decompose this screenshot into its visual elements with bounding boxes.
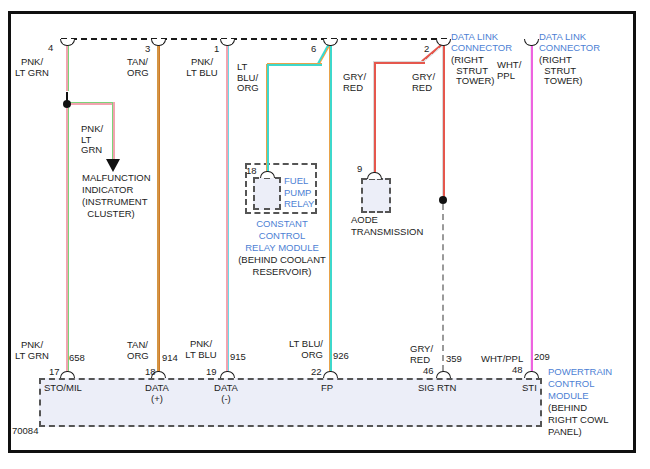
wire-label: PNK/ LT BLU — [180, 57, 224, 78]
wire-pnk-lt-grn — [66, 108, 69, 371]
pin-number: 3 — [145, 44, 150, 55]
circuit-number: 915 — [230, 352, 246, 363]
wire-gry-red — [442, 46, 445, 197]
wire-label: WHT/PPL — [481, 354, 523, 365]
pcm-pin-cavity — [220, 371, 235, 378]
pcm-pin-cavity — [436, 371, 451, 378]
wire-label: GRY/ RED — [410, 344, 433, 365]
pcm-label: POWERTRAIN CONTROL MODULE — [548, 366, 612, 402]
pcm-terminal: STO/MIL — [44, 383, 82, 394]
data-link-connector-2-label: DATA LINK CONNECTOR — [539, 32, 600, 53]
pin-number: 17 — [49, 367, 60, 378]
data-link-connector-2-location: (RIGHT STRUT TOWER) — [539, 55, 582, 87]
relay-pin-cavity — [260, 171, 275, 178]
pin-number: 6 — [311, 44, 316, 55]
wire-lt-blu-org-branch — [266, 64, 269, 172]
wire-pnk-lt-blu — [226, 46, 229, 371]
pcm-terminal: FP — [321, 383, 333, 394]
data-link-connector-line — [61, 38, 447, 40]
wire-label: TAN/ ORG — [127, 57, 149, 78]
circuit-number: 359 — [446, 354, 462, 365]
ccrm-location: (BEHIND COOLANT RESERVOIR) — [222, 254, 342, 278]
figure-number: 70084 — [12, 426, 38, 437]
pcm-terminal: DATA (+) — [143, 383, 171, 404]
pcm-box — [39, 378, 542, 427]
to-malfunction-indicator-arrow — [106, 159, 120, 172]
wire-pnk-lt-grn-branch — [66, 102, 115, 105]
splice-dot — [63, 100, 71, 108]
pcm-pin-cavity — [524, 371, 539, 378]
circuit-number: 914 — [162, 353, 178, 364]
splice-dot — [439, 196, 447, 204]
wire-tan-org — [157, 46, 160, 371]
pcm-terminal: STI — [522, 383, 537, 394]
circuit-number: 926 — [333, 351, 349, 362]
wire-label: PNK/ LT GRN — [6, 340, 58, 361]
pin-number: 18 — [145, 367, 156, 378]
fuel-pump-relay-label: FUEL PUMP RELAY — [284, 175, 314, 210]
wire-label: LT BLU/ ORG — [237, 62, 259, 94]
wire-lt-blu-org-branch — [267, 63, 322, 66]
circuit-number: 658 — [69, 353, 85, 364]
pin-number: 4 — [48, 43, 53, 54]
pcm-location: (BEHIND RIGHT COWL PANEL) — [548, 402, 609, 438]
wire-label: LT BLU/ ORG — [271, 339, 323, 360]
pin-number: 19 — [206, 367, 217, 378]
pcm-pin-cavity — [323, 371, 338, 378]
wire-pnk-lt-grn — [66, 46, 69, 91]
wire-label: GRY/ RED — [412, 72, 435, 93]
pin-number: 1 — [214, 44, 219, 55]
aode-pin-cavity — [367, 172, 382, 179]
circuit-number: 209 — [534, 352, 550, 363]
wire-gry-red-branch — [373, 62, 376, 173]
ccrm-label: CONSTANT CONTROL RELAY MODULE — [227, 218, 337, 254]
pcm-terminal: SIG RTN — [418, 383, 456, 394]
pcm-terminal: DATA (-) — [212, 383, 240, 404]
pin-number: 2 — [424, 44, 429, 55]
pin-number: 18 — [246, 166, 257, 177]
wire-wht-ppl — [530, 46, 533, 371]
pin-number: 48 — [512, 365, 523, 376]
wire-gry-red-hidden-run — [442, 204, 444, 371]
wire-label: WHT/ PPL — [497, 60, 521, 81]
wire-label: PNK/ LT GRN — [81, 124, 103, 156]
data-link-connector-1-location: (RIGHT STRUT TOWER) — [451, 55, 494, 87]
pcm-pin-cavity — [60, 371, 75, 378]
pin-number: 46 — [423, 366, 434, 377]
data-link-connector-1-label: DATA LINK CONNECTOR — [451, 32, 512, 53]
wire-label: PNK/ LT GRN — [6, 57, 58, 78]
fuel-pump-relay-box — [253, 177, 281, 210]
wire-pnk-lt-grn-branch — [112, 102, 115, 159]
aode-transmission-box — [361, 178, 391, 213]
wire-lt-blu-org — [329, 46, 332, 371]
wiring-diagram: 4 3 1 6 2 PNK/ LT GRN TAN/ ORG PNK/ LT B… — [0, 0, 650, 469]
wire-label: GRY/ RED — [343, 72, 366, 93]
wire-gry-red-branch — [373, 61, 425, 64]
aode-transmission-label: AODE TRANSMISSION — [351, 214, 423, 238]
pin-number: 9 — [357, 164, 362, 175]
malfunction-indicator-label: MALFUNCTION INDICATOR (INSTRUMENT CLUSTE… — [82, 172, 151, 220]
wire-label: PNK/ LT BLU — [182, 339, 220, 360]
wire-label: TAN/ ORG — [127, 340, 149, 361]
pin-number: 22 — [311, 367, 322, 378]
